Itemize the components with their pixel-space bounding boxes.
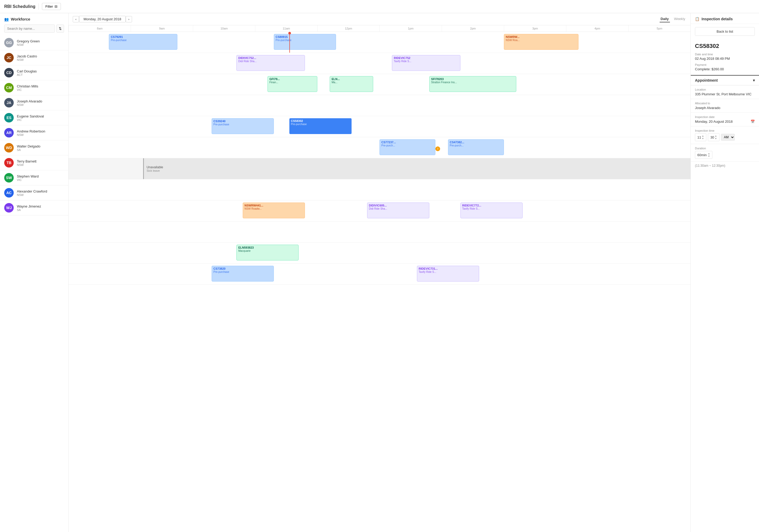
appointment-gfi78[interactable]: GFI78... Finan...	[267, 76, 317, 92]
appointment-nswrw-gregory[interactable]: NSWRW... NSW Roa...	[504, 34, 579, 50]
worker-item-terry-barnett[interactable]: TB Terry Barnett NSW	[0, 155, 68, 171]
appointment-didivic6053[interactable]: DIDIVIC605... Didi Ride Sha...	[367, 203, 429, 218]
appointment-cs39240[interactable]: CS39240 Pre-purchase	[212, 118, 274, 134]
minute-spinner-arrows[interactable]: ▲▼	[715, 134, 717, 140]
filter-button[interactable]: Filter ⊟	[42, 3, 61, 10]
appointment-eln-carl[interactable]: ELN... Ma...	[330, 76, 373, 92]
worker-name-joseph-alvarado: Joseph Alvarado	[17, 99, 64, 103]
time-label-8am: 8am	[68, 25, 131, 32]
worker-item-jacob-castro[interactable]: JC Jacob Castro NSW	[0, 50, 68, 65]
worker-info-joseph-alvarado: Joseph Alvarado NSW	[17, 99, 64, 106]
grid-body: CS79291 Pre-purchase CS80915 Pre-purchas…	[68, 32, 691, 285]
worker-location-terry-barnett: NSW	[17, 163, 64, 167]
ampm-select[interactable]: AM PM	[721, 134, 735, 141]
worker-item-walter-delgado[interactable]: WD Walter Delgado SA	[0, 140, 68, 155]
appointment-nswrw441[interactable]: NSWRW441... NSW Roadw...	[243, 203, 305, 218]
avatar-gregory-green: GG	[4, 38, 14, 47]
appt-desc-nswrw-gregory: NSW Roa...	[506, 39, 577, 42]
appt-id-nswrw-gregory: NSWRW...	[506, 35, 577, 38]
time-header: 8am 9am 10am 11am 12pm 1pm 2pm 3pm 4pm 5…	[68, 25, 691, 32]
appt-id-cs79291: CS79291	[111, 35, 176, 38]
appointment-didivic752-jacob[interactable]: DIDIVIC752... Didi Ride Sha...	[236, 55, 305, 71]
appt-desc-cs39240: Pre-purchase	[214, 123, 272, 126]
worker-name-christian-mills: Christian Mills	[17, 84, 64, 88]
appointment-ridevic752[interactable]: RIDEVIC752 Taxify Ride S...	[392, 55, 460, 71]
time-hour-value: 11	[697, 135, 701, 139]
view-daily-button[interactable]: Daily	[659, 16, 670, 22]
worker-location-joseph-alvarado: NSW	[17, 103, 64, 106]
sidebar-section-title: 👥 Workforce	[4, 17, 64, 21]
duration-spinner-arrows[interactable]: ▲▼	[708, 152, 710, 158]
search-row: ⇅	[4, 24, 64, 33]
worker-item-alexander-crawford[interactable]: AC Alexander Crawford NSW	[0, 185, 68, 201]
appt-id-ridevic731: RIDEVIC731...	[419, 267, 477, 270]
appointment-cs77237[interactable]: CS77237... Pre-purch...	[380, 139, 435, 155]
appt-desc-cs58302: Pre-purchase	[291, 123, 350, 126]
worker-item-joseph-alvarado[interactable]: JA Joseph Alvarado NSW	[0, 95, 68, 110]
view-toggle: Daily Weekly	[659, 16, 686, 22]
avatar-alexander-crawford: AC	[4, 188, 14, 198]
appointment-cs79291[interactable]: CS79291 Pre-purchase	[109, 34, 178, 50]
worker-name-walter-delgado: Walter Delgado	[17, 144, 64, 148]
appointment-cs47382[interactable]: CS47382... Pre-purch...	[448, 139, 504, 155]
appointment-sfi78203[interactable]: SFI78203 Stratton Finance Ins...	[429, 76, 516, 92]
worker-info-christian-mills: Christian Mills VIC	[17, 84, 64, 92]
appt-id-sfi78203: SFI78203	[431, 77, 514, 81]
worker-item-christian-mills[interactable]: CM Christian Mills VIC	[0, 80, 68, 95]
back-to-list-button[interactable]: Back to list	[695, 27, 755, 36]
worker-item-gregory-green[interactable]: GG Gregory Green NSW	[0, 35, 68, 50]
calendar-prev-button[interactable]: ‹	[73, 16, 79, 22]
appointment-ridevic731[interactable]: RIDEVIC731... Taxify Ride S...	[417, 266, 479, 282]
time-label-4pm: 4pm	[566, 25, 628, 32]
worker-location-walter-delgado: SA	[17, 148, 64, 151]
worker-location-stephen-ward: VIC	[17, 178, 64, 181]
appointment-cs80915[interactable]: CS80915 Pre-purchase	[274, 34, 336, 50]
search-input[interactable]	[4, 24, 55, 33]
panel-dropdown-appointment[interactable]: Appointment ▾	[691, 75, 759, 85]
worker-location-wayne-jimenez: SA	[17, 208, 64, 211]
worker-location-eugene-sandoval: VIC	[17, 118, 64, 121]
filter-label: Filter	[45, 5, 53, 9]
time-grid: 8am 9am 10am 11am 12pm 1pm 2pm 3pm 4pm 5…	[68, 25, 691, 532]
time-label-2pm: 2pm	[442, 25, 504, 32]
worker-location-gregory-green: NSW	[17, 43, 64, 46]
worker-item-stephen-ward[interactable]: SW Stephen Ward VIC	[0, 171, 68, 185]
appointment-eln593823[interactable]: ELN593823 Macquarie	[236, 245, 299, 260]
time-hour-spinner[interactable]: 11 ▲▼	[695, 133, 706, 141]
hour-spinner-arrows[interactable]: ▲▼	[701, 134, 704, 140]
panel-allocated-value: Joseph Alvarado	[695, 106, 755, 110]
appt-id-eln-carl: ELN...	[332, 77, 371, 81]
worker-info-jacob-castro: Jacob Castro NSW	[17, 54, 64, 61]
sidebar: 👥 Workforce ⇅ GG Gregory Green NSW	[0, 13, 68, 532]
worker-info-alexander-crawford: Alexander Crawford NSW	[17, 189, 64, 197]
avatar-carl-douglas: CD	[4, 68, 14, 77]
time-range-note: (11:30am ~ 12:30pm)	[691, 162, 759, 170]
calendar-next-button[interactable]: ›	[126, 16, 132, 22]
worker-item-carl-douglas[interactable]: CD Carl Douglas ACT	[0, 65, 68, 80]
duration-spinner[interactable]: 60min ▲▼	[695, 151, 712, 159]
panel-allocated-field: Allocated to Joseph Alvarado	[691, 99, 759, 113]
worker-item-wayne-jimenez[interactable]: WJ Wayne Jimenez SA	[0, 201, 68, 215]
avatar-christian-mills: CM	[4, 83, 14, 93]
time-minute-spinner[interactable]: 30 ▲▼	[708, 133, 719, 141]
worker-item-andrew-robertson[interactable]: AR Andrew Robertson NSW	[0, 125, 68, 140]
appt-desc-didivic6053: Didi Ride Sha...	[369, 207, 427, 210]
appt-desc-ridevic731: Taxify Ride S...	[419, 271, 477, 273]
right-panel-title: Inspection details	[701, 17, 733, 21]
appt-desc-cs73820: Pre-purchase	[214, 271, 272, 273]
calendar-icon[interactable]: 📅	[750, 120, 755, 124]
grid-row-wayne-jimenez: CS73820 Pre-purchase RIDEVIC731... Taxif…	[68, 264, 691, 285]
appointment-cs73820[interactable]: CS73820 Pre-purchase	[212, 266, 274, 282]
worker-name-gregory-green: Gregory Green	[17, 39, 64, 43]
unavailable-block-andrew: Unavailable Sick leave	[143, 158, 691, 179]
appointment-cs58302[interactable]: CS58302 Pre-purchase	[289, 118, 351, 134]
appointment-ridevic772[interactable]: RIDEVIC772... Taxify Ride S...	[460, 203, 523, 218]
worker-name-andrew-robertson: Andrew Robertson	[17, 129, 64, 133]
worker-item-eugene-sandoval[interactable]: ES Eugene Sandoval VIC	[0, 110, 68, 125]
sort-filter-button[interactable]: ⇅	[57, 24, 64, 33]
appt-id-ridevic752: RIDEVIC752	[394, 57, 459, 59]
appt-desc-cs80915: Pre-purchase	[276, 39, 334, 42]
view-weekly-button[interactable]: Weekly	[673, 16, 686, 22]
worker-info-eugene-sandoval: Eugene Sandoval VIC	[17, 114, 64, 121]
panel-inspection-date-value: Monday, 20 August 2018	[695, 120, 733, 124]
